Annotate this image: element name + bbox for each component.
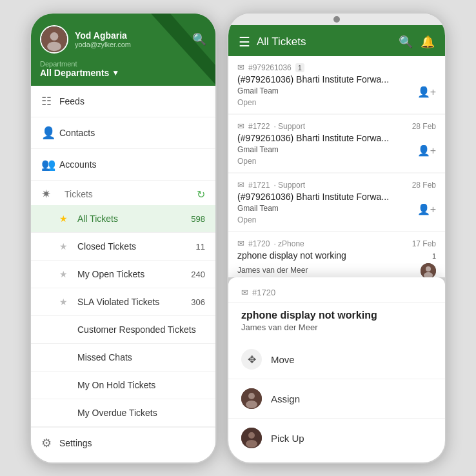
ticket-subject: (#979261036) Bharti Institute Forwa... [237,74,436,84]
chevron-down-icon: ▼ [112,68,119,77]
header-icons: 🔍 🔔 [399,35,435,49]
user-email: yoda@zylker.com [75,41,186,48]
context-ticket-ref: ✉ #1720 [228,288,445,303]
ticket-dept: · zPhone [273,239,304,248]
assign-icon[interactable]: 👤+ [417,144,436,157]
nav-list: ☷ Feeds 👤 Contacts 👥 Accounts ✷ Tickets [31,86,215,462]
pickup-label: Pick Up [271,433,304,444]
ticket-icon: ✉ [237,63,244,72]
ticket-date: 17 Feb [412,239,436,248]
my-on-hold-label: My On Hold Tickets [77,380,205,390]
ticket-icon: ✉ [237,239,244,248]
customer-responded-label: Customer Responded Tickets [77,324,205,335]
sidebar-item-customer-responded[interactable]: ★ Customer Responded Tickets [31,316,215,344]
my-overdue-label: My Overdue Tickets [77,408,205,418]
camera-notch [333,16,340,23]
context-action-move[interactable]: ✥ Move [228,340,445,379]
sidebar-item-closed-tickets[interactable]: ★ Closed Tickets 11 [31,233,215,261]
avatar [40,25,68,54]
hamburger-icon[interactable]: ☰ [239,34,250,50]
pickup-avatar-svg [241,428,262,448]
contacts-label: Contacts [59,128,205,138]
sidebar-item-my-on-hold[interactable]: ★ My On Hold Tickets [31,372,215,399]
ticket-subject: (#979261036) Bharti Institute Forwa... [237,133,436,143]
ticket-subject: zphone display not working [237,250,430,261]
department-name: All Departments [40,68,109,78]
assign-icon[interactable]: 👤+ [417,203,436,215]
ticket-number: #1722 [248,122,270,131]
ticket-from: Gmail Team [237,86,279,95]
sidebar-item-feeds[interactable]: ☷ Feeds [31,86,215,117]
assign-icon[interactable]: 👤+ [417,86,436,98]
pickup-avatar [241,428,262,448]
ticket-dept: · Support [273,181,305,190]
context-ref-icon: ✉ [241,288,248,297]
context-subject: zphone display not working [228,307,445,322]
ticket-item[interactable]: ✉ #1721 · Support 28 Feb (#979261036) Bh… [228,174,445,231]
ticket-from: Gmail Team [237,204,279,213]
svg-point-4 [426,266,431,272]
sidebar-item-my-overdue[interactable]: ★ My Overdue Tickets [31,399,215,427]
ticket-number: #979261036 [248,63,292,72]
department-section: Department All Departments ▼ [40,60,206,78]
svg-point-1 [50,32,59,41]
svg-point-7 [248,393,255,399]
feeds-label: Feeds [59,96,205,106]
svg-point-2 [47,42,61,52]
sidebar-item-settings[interactable]: ⚙ Settings [31,427,215,459]
ticket-item[interactable]: ✉ #1722 · Support 28 Feb (#979261036) Bh… [228,115,445,172]
refresh-icon[interactable]: ↻ [197,188,205,201]
closed-tickets-label: Closed Tickets [77,241,196,252]
ticket-item[interactable]: ✉ #979261036 1 (#979261036) Bharti Insti… [228,56,445,114]
assign-avatar-svg [241,388,262,409]
avatar-image [41,26,67,52]
ticket-msg-count: 1 [295,63,304,72]
missed-chats-label: Missed Chats [77,352,205,362]
header-search-icon[interactable]: 🔍 [399,35,413,49]
context-menu-overlay: ✉ #1720 zphone display not working James… [228,277,445,462]
department-value[interactable]: All Departments ▼ [40,68,206,78]
sidebar-item-missed-chats[interactable]: ★ Missed Chats [31,344,215,372]
context-from: James van der Meer [228,322,445,340]
right-phone-header: ☰ All Tickets 🔍 🔔 [228,25,445,56]
ticket-status: Open [237,157,436,166]
assign-label: Assign [271,393,300,404]
sidebar-item-sla-violated[interactable]: ★ SLA Violated Tickets 306 [31,288,215,316]
svg-point-11 [246,440,257,448]
sla-violated-badge: 306 [191,297,205,307]
accounts-icon: 👥 [41,157,59,172]
settings-icon: ⚙ [41,436,59,450]
context-action-pickup[interactable]: Pick Up [228,419,445,457]
ticket-reply-count: 1 [432,252,436,260]
ticket-number: #1721 [248,181,270,190]
ticket-date: 28 Feb [412,181,436,190]
sla-violated-star-icon: ★ [59,297,72,307]
closed-tickets-badge: 11 [196,242,205,252]
ticket-from: Gmail Team [237,145,279,154]
tickets-section-header: ✷ Tickets ↻ [31,181,215,205]
my-open-tickets-label: My Open Tickets [77,269,191,279]
accounts-label: Accounts [59,159,205,170]
department-label: Department [40,60,206,68]
ticket-icon: ✉ [237,121,244,131]
contacts-icon: 👤 [41,126,59,140]
context-menu: ✉ #1720 zphone display not working James… [228,277,445,462]
svg-point-10 [248,432,255,439]
my-open-tickets-badge: 240 [191,270,205,279]
sidebar-item-all-tickets[interactable]: ★ All Tickets 598 [31,205,215,233]
user-info: Yod Agbaria yoda@zylker.com [75,30,186,48]
tickets-title: All Tickets [257,35,392,48]
sidebar-item-contacts[interactable]: 👤 Contacts [31,117,215,149]
sidebar-item-accounts[interactable]: 👥 Accounts [31,149,215,181]
ticket-from: James van der Meer [237,266,308,275]
search-icon[interactable]: 🔍 [192,32,206,46]
ticket-subject: (#979261036) Bharti Institute Forwa... [237,192,436,202]
header-bell-icon[interactable]: 🔔 [421,35,435,49]
closed-tickets-star-icon: ★ [59,241,72,252]
context-action-assign[interactable]: Assign [228,379,445,419]
tickets-section-label: Tickets [64,189,192,199]
feeds-icon: ☷ [41,94,59,108]
sla-violated-label: SLA Violated Tickets [77,297,191,307]
agent-avatar [421,263,436,279]
sidebar-item-my-open-tickets[interactable]: ★ My Open Tickets 240 [31,261,215,288]
